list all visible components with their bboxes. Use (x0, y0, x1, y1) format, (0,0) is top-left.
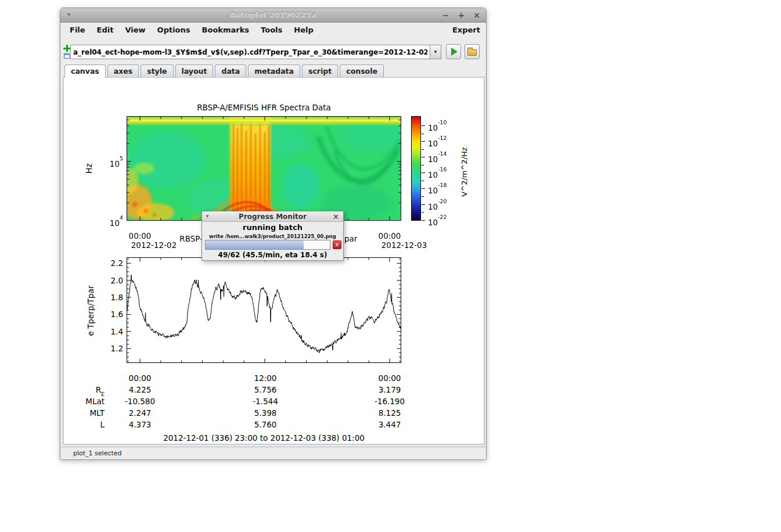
tab-canvas[interactable]: canvas (64, 64, 106, 78)
colorbar-tick (422, 157, 425, 157)
occluded-plot-title-right: par (344, 234, 357, 243)
time-tick-label: 00:00 (123, 373, 157, 383)
ephemeris-row-label: MLT (64, 408, 105, 418)
tab-metadata[interactable]: metadata (248, 64, 300, 77)
menu-item-file[interactable]: File (64, 25, 91, 35)
line-ytick-label: 1.8 (96, 293, 123, 302)
line-ytick-label: 1.2 (96, 344, 123, 353)
tab-bar: canvasaxesstylelayoutdatametadatascriptc… (64, 64, 384, 77)
menu-item-view[interactable]: View (119, 25, 151, 35)
tab-script[interactable]: script (302, 64, 338, 77)
dialog-titlebar[interactable]: ▾ Progress Monitor × (202, 211, 343, 222)
maximize-button[interactable]: + (458, 10, 465, 20)
colorbar-tick-label: 10-14 (428, 152, 460, 161)
line-ytick-label: 2.2 (96, 258, 123, 268)
plot-canvas[interactable]: RBSP-A/EMFISIS HFR Spectra Data (63, 77, 485, 445)
timerange-label: 2012-12-01 (336) 23:00 to 2012-12-03 (33… (127, 433, 401, 443)
ephemeris-value: 3.179 (363, 385, 416, 394)
inspect-uri-button[interactable] (465, 44, 480, 59)
status-bar: plot_1 selected (60, 447, 486, 459)
date-label: 2012-12-02 (126, 240, 182, 250)
colorbar-tick (422, 204, 425, 205)
autoplot-window: ▾ Autoplot 20190221a − + × FileEditViewO… (60, 8, 487, 460)
colorbar-tick (422, 141, 425, 142)
line-ytick-label: 1.6 (96, 310, 123, 319)
hz-tick-label: 104 (96, 216, 123, 225)
ephemeris-row-label: RE (64, 385, 105, 394)
y-axis-label-hz: Hz (84, 160, 93, 177)
expert-mode-label[interactable]: Expert (452, 26, 480, 34)
ephemeris-value: 5.760 (239, 420, 291, 429)
ephemeris-value: 8.125 (363, 408, 416, 418)
tab-console[interactable]: console (340, 64, 384, 77)
colorbar-tick (422, 172, 425, 173)
menu-item-edit[interactable]: Edit (91, 25, 120, 35)
progress-fill (206, 240, 304, 249)
dialog-close-icon[interactable]: × (333, 212, 339, 221)
colorbar-tick (422, 220, 425, 221)
colorbar-tick-label: 10-18 (428, 184, 460, 193)
folder-icon (467, 49, 477, 56)
tab-axes[interactable]: axes (107, 64, 139, 77)
lineplot-frame (127, 258, 401, 363)
timeseries-plot[interactable] (127, 257, 401, 363)
ephemeris-value: -1.544 (239, 397, 291, 406)
uri-input[interactable] (70, 45, 430, 59)
colorbar-tick-label: 10-10 (428, 121, 460, 130)
colorbar-minor-tick (422, 196, 424, 197)
colorbar[interactable] (411, 116, 421, 221)
ephemeris-value: 4.373 (114, 420, 166, 429)
colorbar-tick-label: 10-22 (428, 215, 460, 225)
ephemeris-value: 5.398 (239, 408, 291, 418)
window-titlebar[interactable]: ▾ Autoplot 20190221a − + × (60, 8, 486, 23)
ephemeris-value: 5.756 (239, 385, 291, 394)
dialog-title: Progress Monitor (202, 213, 343, 221)
tab-style[interactable]: style (141, 64, 173, 77)
line-ytick-label: 2.0 (96, 276, 123, 285)
progress-detail-label: write /hom...walk3/product_20121225_00.p… (202, 233, 343, 239)
time-tick-label: 00:00 (372, 231, 407, 240)
ephemeris-value: 2.247 (114, 408, 166, 418)
add-uri-control[interactable] (60, 43, 70, 62)
menu-bar: FileEditViewOptionsBookmarksToolsHelpExp… (60, 23, 486, 36)
time-tick-label: 12:00 (248, 373, 283, 383)
uri-dropdown-button[interactable]: ▼ (430, 45, 441, 59)
status-text: plot_1 selected (73, 450, 122, 457)
ephemeris-value: 4.225 (114, 385, 166, 394)
colorbar-minor-tick (422, 165, 424, 166)
window-controls: − + × (442, 10, 480, 20)
plot-title: RBSP-A/EMFISIS HFR Spectra Data (127, 103, 401, 112)
colorbar-minor-tick (422, 212, 424, 213)
menu-item-tools[interactable]: Tools (255, 25, 288, 35)
plus-icon (63, 45, 70, 52)
menu-item-help[interactable]: Help (288, 25, 319, 35)
menu-item-bookmarks[interactable]: Bookmarks (196, 25, 255, 35)
tab-layout[interactable]: layout (175, 64, 214, 77)
colorbar-tick (422, 188, 425, 189)
progress-monitor-dialog: ▾ Progress Monitor × running batch write… (201, 211, 344, 261)
close-button[interactable]: × (473, 10, 480, 20)
window-title: Autoplot 20190221a (60, 10, 486, 19)
time-tick-label: 00:00 (372, 373, 407, 383)
colorbar-tick-label: 10-12 (428, 136, 460, 146)
go-button[interactable] (446, 44, 461, 59)
minimize-button[interactable]: − (442, 10, 449, 20)
menu-item-options[interactable]: Options (152, 25, 196, 35)
progress-task-label: running batch (202, 223, 343, 232)
tab-data[interactable]: data (215, 64, 246, 77)
colorbar-minor-tick (422, 134, 424, 134)
play-icon (451, 48, 458, 56)
ephemeris-value: 3.447 (363, 420, 416, 429)
date-label: 2012-12-03 (376, 240, 432, 250)
hz-tick-label: 105 (96, 157, 123, 166)
spectrogram-plot[interactable] (127, 116, 401, 221)
datasource-icon (64, 53, 70, 59)
progress-bar (205, 240, 330, 250)
progress-status-label: 49/62 (45.5/min, eta 18.4 s) (202, 251, 343, 259)
colorbar-minor-tick (422, 181, 424, 181)
colorbar-minor-tick (422, 149, 424, 150)
colorbar-tick-label: 10-20 (428, 200, 460, 209)
colorbar-tick-label: 10-16 (428, 168, 460, 177)
chevron-down-icon: ▼ (433, 49, 438, 55)
cancel-button[interactable]: × (333, 240, 341, 249)
